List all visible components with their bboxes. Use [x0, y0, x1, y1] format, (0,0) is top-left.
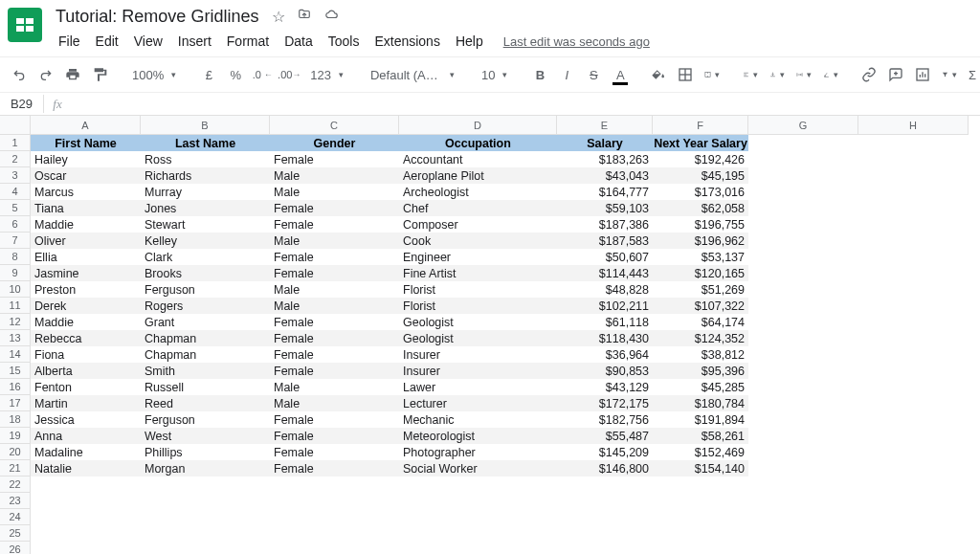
cell[interactable]: Insurer — [399, 346, 557, 363]
cloud-status-icon[interactable] — [323, 8, 341, 26]
text-color-button[interactable]: A — [609, 62, 632, 87]
column-header-E[interactable]: E — [557, 116, 653, 135]
cell[interactable]: Ross — [141, 151, 270, 167]
cell[interactable]: Ferguson — [141, 281, 270, 298]
cell[interactable]: Insurer — [399, 363, 557, 379]
cell[interactable] — [748, 281, 858, 298]
cell[interactable]: Gender — [270, 135, 399, 151]
cell[interactable]: $43,129 — [557, 379, 653, 395]
cell[interactable]: Occupation — [399, 135, 557, 151]
cell[interactable]: Brooks — [141, 265, 270, 281]
cell[interactable]: Mechanic — [399, 411, 557, 428]
cell[interactable]: $58,261 — [653, 428, 748, 444]
cell[interactable]: Male — [270, 184, 399, 200]
cell[interactable] — [653, 542, 748, 554]
cell[interactable] — [557, 476, 653, 493]
cell[interactable]: Ellia — [31, 249, 141, 265]
menu-help[interactable]: Help — [449, 30, 490, 53]
row-header[interactable]: 24 — [0, 509, 31, 525]
cell[interactable]: Archeologist — [399, 184, 557, 200]
cell[interactable]: Grant — [141, 314, 270, 330]
cell[interactable] — [748, 476, 858, 493]
font-select[interactable]: Default (Ari... — [365, 62, 460, 87]
cell[interactable] — [748, 395, 858, 411]
cell[interactable]: $90,853 — [557, 363, 653, 379]
cell[interactable] — [858, 135, 969, 151]
cell[interactable]: Composer — [399, 216, 557, 233]
cell[interactable] — [858, 330, 969, 346]
cell[interactable] — [748, 184, 858, 200]
cell[interactable] — [557, 525, 653, 542]
row-header[interactable]: 10 — [0, 281, 31, 298]
cell[interactable]: Female — [270, 460, 399, 476]
column-header-B[interactable]: B — [141, 116, 270, 135]
cell[interactable]: Preston — [31, 281, 141, 298]
cell[interactable] — [748, 460, 858, 476]
row-header[interactable]: 7 — [0, 233, 31, 249]
cell[interactable]: Smith — [141, 363, 270, 379]
cell[interactable]: Maddie — [31, 216, 141, 233]
menu-file[interactable]: File — [52, 30, 87, 53]
cell[interactable] — [748, 346, 858, 363]
cell[interactable]: Alberta — [31, 363, 141, 379]
cell[interactable]: $124,352 — [653, 330, 748, 346]
strikethrough-button[interactable]: S — [582, 62, 605, 87]
cell[interactable] — [858, 428, 969, 444]
cell[interactable] — [748, 411, 858, 428]
star-icon[interactable]: ☆ — [272, 8, 285, 26]
cell[interactable] — [858, 314, 969, 330]
row-header[interactable]: 23 — [0, 493, 31, 509]
cell[interactable] — [270, 525, 399, 542]
column-header-F[interactable]: F — [653, 116, 748, 135]
menu-extensions[interactable]: Extensions — [368, 30, 446, 53]
cell[interactable] — [653, 493, 748, 509]
cell[interactable] — [748, 233, 858, 249]
cell[interactable]: $118,430 — [557, 330, 653, 346]
cell[interactable] — [653, 476, 748, 493]
menu-insert[interactable]: Insert — [171, 30, 218, 53]
cell[interactable]: $95,396 — [653, 363, 748, 379]
cell[interactable]: Chapman — [141, 346, 270, 363]
cell[interactable] — [858, 233, 969, 249]
increase-decimal-button[interactable]: .00→ — [278, 62, 301, 87]
cell[interactable] — [557, 542, 653, 554]
cell[interactable]: Female — [270, 330, 399, 346]
cell[interactable]: $154,140 — [653, 460, 748, 476]
cell[interactable]: Accountant — [399, 151, 557, 167]
cell[interactable]: $180,784 — [653, 395, 748, 411]
cell[interactable]: $64,174 — [653, 314, 748, 330]
cell[interactable]: First Name — [31, 135, 141, 151]
row-header[interactable]: 14 — [0, 346, 31, 363]
row-header[interactable]: 3 — [0, 167, 31, 184]
row-header[interactable]: 15 — [0, 363, 31, 379]
row-header[interactable]: 21 — [0, 460, 31, 476]
font-size-select[interactable]: 10 — [476, 62, 513, 87]
cell[interactable]: $152,469 — [653, 444, 748, 460]
row-header[interactable]: 4 — [0, 184, 31, 200]
cell[interactable] — [141, 476, 270, 493]
cell[interactable] — [141, 525, 270, 542]
cell[interactable]: $187,386 — [557, 216, 653, 233]
cell[interactable]: Male — [270, 167, 399, 184]
cell[interactable] — [748, 151, 858, 167]
cell[interactable]: Oscar — [31, 167, 141, 184]
cell[interactable]: Lawer — [399, 379, 557, 395]
cell[interactable]: Martin — [31, 395, 141, 411]
cell[interactable]: Cook — [399, 233, 557, 249]
cell[interactable]: $182,756 — [557, 411, 653, 428]
cell[interactable] — [748, 216, 858, 233]
cell[interactable]: Jones — [141, 200, 270, 216]
cell[interactable] — [858, 151, 969, 167]
formula-input[interactable] — [71, 93, 980, 115]
row-header[interactable]: 13 — [0, 330, 31, 346]
cell[interactable]: Salary — [557, 135, 653, 151]
cell[interactable] — [858, 200, 969, 216]
cell[interactable]: Female — [270, 411, 399, 428]
cell[interactable] — [748, 167, 858, 184]
zoom-select[interactable]: 100% — [126, 62, 182, 87]
cell[interactable]: Jasmine — [31, 265, 141, 281]
cell[interactable]: $145,209 — [557, 444, 653, 460]
cell[interactable] — [31, 476, 141, 493]
cell[interactable] — [748, 200, 858, 216]
cell[interactable] — [858, 249, 969, 265]
